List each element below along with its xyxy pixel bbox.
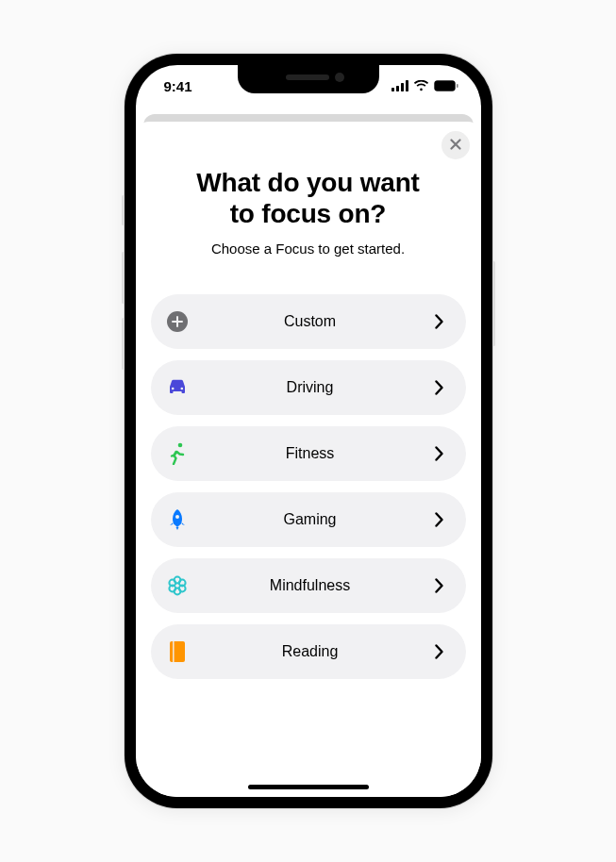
- status-right: [391, 78, 458, 94]
- sheet-subtitle: Choose a Focus to get started.: [151, 240, 466, 257]
- flower-icon: [164, 572, 191, 599]
- svg-point-8: [171, 388, 174, 390]
- svg-point-9: [180, 388, 183, 390]
- svg-rect-2: [401, 83, 404, 91]
- svg-rect-0: [391, 88, 394, 91]
- volume-down-button: [122, 318, 125, 370]
- focus-option-label: Reading: [191, 643, 430, 660]
- screen: 9:41 What do you want: [136, 65, 481, 797]
- focus-option-mindfulness[interactable]: Mindfulness: [151, 558, 466, 613]
- runner-icon: [164, 440, 191, 467]
- focus-option-label: Fitness: [191, 445, 430, 462]
- focus-option-reading[interactable]: Reading: [151, 624, 466, 679]
- focus-options-list: Custom Driving: [151, 294, 466, 679]
- focus-option-custom[interactable]: Custom: [151, 294, 466, 349]
- book-icon: [164, 638, 191, 665]
- svg-rect-6: [457, 84, 458, 88]
- svg-point-11: [175, 515, 179, 519]
- focus-option-label: Driving: [191, 379, 430, 396]
- sheet-title: What do you want to focus on?: [151, 167, 466, 229]
- focus-option-driving[interactable]: Driving: [151, 360, 466, 415]
- focus-option-gaming[interactable]: Gaming: [151, 492, 466, 547]
- status-time: 9:41: [164, 78, 192, 94]
- svg-rect-3: [406, 80, 408, 91]
- focus-option-label: Custom: [191, 313, 430, 330]
- ringer-switch: [122, 195, 125, 225]
- focus-setup-sheet: What do you want to focus on? Choose a F…: [136, 122, 481, 797]
- svg-rect-5: [436, 82, 454, 90]
- rocket-icon: [164, 506, 191, 533]
- chevron-right-icon: [430, 644, 449, 659]
- power-button: [492, 261, 495, 346]
- chevron-right-icon: [430, 380, 449, 395]
- svg-rect-19: [173, 641, 175, 662]
- chevron-right-icon: [430, 314, 449, 329]
- svg-rect-1: [396, 86, 399, 91]
- notch: [238, 65, 379, 93]
- title-line-1: What do you want: [196, 168, 419, 197]
- svg-point-10: [177, 443, 182, 448]
- chevron-right-icon: [430, 446, 449, 461]
- phone-frame: 9:41 What do you want: [125, 54, 492, 808]
- car-icon: [164, 374, 191, 401]
- focus-option-label: Gaming: [191, 511, 430, 528]
- home-indicator[interactable]: [248, 785, 369, 789]
- close-button[interactable]: [441, 131, 470, 159]
- title-line-2: to focus on?: [230, 199, 387, 228]
- battery-icon: [434, 78, 458, 94]
- svg-rect-18: [170, 641, 185, 662]
- chevron-right-icon: [430, 578, 449, 593]
- volume-up-button: [122, 252, 125, 304]
- cellular-icon: [391, 78, 408, 94]
- wifi-icon: [413, 78, 429, 94]
- chevron-right-icon: [430, 512, 449, 527]
- plus-circle-icon: [164, 308, 191, 335]
- focus-option-label: Mindfulness: [191, 577, 430, 594]
- focus-option-fitness[interactable]: Fitness: [151, 426, 466, 481]
- close-icon: [450, 137, 461, 154]
